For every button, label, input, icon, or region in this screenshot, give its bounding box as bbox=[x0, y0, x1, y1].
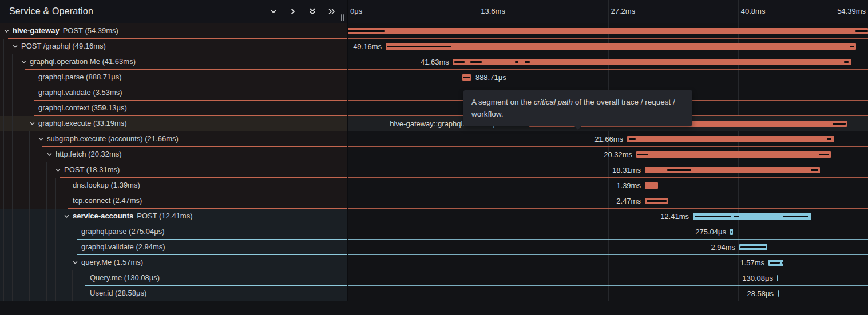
indent-guide bbox=[21, 286, 21, 301]
span-tree-row[interactable]: graphql.validate (2.94ms) bbox=[0, 240, 347, 255]
indent-guide bbox=[12, 286, 13, 301]
expand-all-button[interactable] bbox=[325, 5, 339, 18]
span-duration-bar[interactable] bbox=[777, 275, 778, 281]
span-tree-row[interactable]: graphql.parse (275.04μs) bbox=[0, 224, 347, 240]
span-tree-row[interactable]: dns.lookup (1.39ms) bbox=[0, 178, 347, 193]
collapse-chevron-icon[interactable] bbox=[55, 167, 61, 173]
span-duration-label: 20.32ms bbox=[604, 147, 632, 162]
critical-path-tooltip: A segment on the critical path of the ov… bbox=[463, 90, 692, 126]
collapse-one-button[interactable] bbox=[267, 5, 280, 18]
expand-one-button[interactable] bbox=[286, 5, 300, 18]
row-divider bbox=[34, 131, 347, 131]
span-timeline-row[interactable]: 2.94ms bbox=[348, 240, 868, 255]
span-timeline-row[interactable]: 41.63ms bbox=[348, 54, 868, 70]
span-tree-row[interactable]: graphql.context (359.13μs) bbox=[0, 101, 347, 116]
indent-guide bbox=[29, 147, 30, 162]
span-tree-row[interactable]: subgraph.execute (accounts) (21.66ms) bbox=[0, 131, 347, 147]
chevron-right-icon bbox=[288, 7, 298, 16]
span-tree-row[interactable]: Query.me (130.08μs) bbox=[0, 270, 347, 286]
indent-guide bbox=[21, 116, 21, 131]
indent-guide bbox=[3, 131, 4, 147]
span-name-label: http.fetch (20.32ms) bbox=[56, 147, 122, 162]
span-tree-row[interactable]: POST (18.31ms) bbox=[0, 162, 347, 178]
span-timeline-row[interactable]: 20.32ms bbox=[348, 147, 868, 162]
span-timeline-row[interactable]: 28.58μs bbox=[348, 286, 868, 301]
span-tree-row[interactable]: service-accountsPOST (12.41ms) bbox=[0, 209, 347, 224]
span-timeline-row[interactable]: 130.08μs bbox=[348, 270, 868, 286]
span-duration-bar[interactable] bbox=[636, 151, 831, 158]
span-tree-row[interactable]: query.Me (1.57ms) bbox=[0, 255, 347, 270]
indent-guide bbox=[3, 209, 4, 224]
collapse-chevron-icon[interactable] bbox=[72, 260, 78, 266]
span-name-label: graphql.validate (2.94ms) bbox=[81, 240, 165, 254]
indent-guide bbox=[21, 209, 21, 224]
tooltip-text-before: A segment on the bbox=[471, 98, 534, 106]
row-divider bbox=[348, 69, 868, 70]
collapse-chevron-icon[interactable] bbox=[3, 28, 10, 34]
span-tree-row[interactable]: graphql.validate (3.53ms) bbox=[0, 85, 347, 101]
indent-guide bbox=[38, 209, 38, 224]
span-name-label: dns.lookup (1.39ms) bbox=[73, 178, 140, 193]
critical-path-segment bbox=[387, 46, 451, 47]
span-timeline-row[interactable]: 21.66ms bbox=[348, 131, 868, 147]
span-tree-row[interactable]: graphql.parse (888.71μs) bbox=[0, 70, 347, 85]
services-header: Service & Operation bbox=[0, 0, 347, 23]
span-timeline-row[interactable]: 18.31ms bbox=[348, 162, 868, 178]
indent-guide bbox=[21, 85, 21, 101]
span-tree-row[interactable]: tcp.connect (2.47ms) bbox=[0, 193, 347, 209]
span-duration-bar[interactable] bbox=[348, 28, 868, 34]
row-divider bbox=[68, 208, 347, 209]
tree-rows: hive-gatewayPOST (54.39ms)POST /graphql … bbox=[0, 23, 347, 301]
span-timeline-row[interactable]: 49.16ms bbox=[348, 39, 868, 54]
collapse-chevron-icon[interactable] bbox=[46, 151, 53, 158]
panel-resize-grip[interactable] bbox=[341, 14, 346, 21]
collapse-chevron-icon[interactable] bbox=[12, 43, 18, 50]
span-tree-row[interactable]: User.id (28.58μs) bbox=[0, 286, 347, 301]
collapse-chevron-icon[interactable] bbox=[21, 59, 27, 65]
span-timeline-row[interactable]: 2.47ms bbox=[348, 193, 868, 209]
collapse-all-button[interactable] bbox=[306, 5, 319, 18]
critical-path-segment bbox=[827, 138, 831, 140]
indent-guide bbox=[38, 193, 38, 209]
span-tree-row[interactable]: graphql.execute (33.19ms) bbox=[0, 116, 347, 131]
critical-path-segment bbox=[811, 169, 818, 171]
span-tree-row[interactable]: hive-gatewayPOST (54.39ms) bbox=[0, 23, 347, 39]
span-timeline-row[interactable]: 888.71μs bbox=[348, 70, 868, 85]
span-timeline-row[interactable]: 1.39ms bbox=[348, 178, 868, 193]
span-tree-row[interactable]: POST /graphql (49.16ms) bbox=[0, 39, 347, 54]
span-timeline-row[interactable]: 275.04μs bbox=[348, 224, 868, 240]
span-duration-bar[interactable] bbox=[453, 59, 851, 65]
indent-guide bbox=[38, 147, 38, 162]
collapse-chevron-icon[interactable] bbox=[64, 213, 70, 220]
indent-guide bbox=[64, 286, 64, 301]
span-duration-label: 49.16ms bbox=[353, 39, 382, 54]
indent-guide bbox=[12, 131, 13, 147]
span-duration-bar[interactable] bbox=[627, 136, 834, 142]
span-duration-bar[interactable] bbox=[386, 43, 856, 50]
span-tree-row[interactable]: http.fetch (20.32ms) bbox=[0, 147, 347, 162]
indent-guide bbox=[3, 54, 4, 70]
span-duration-label: 28.58μs bbox=[747, 286, 774, 301]
span-timeline-row[interactable]: 12.41ms bbox=[348, 209, 868, 224]
indent-guide bbox=[72, 286, 73, 301]
span-tree-row[interactable]: graphql.operation Me (41.63ms) bbox=[0, 54, 347, 70]
row-divider bbox=[34, 85, 347, 85]
indent-guide bbox=[21, 70, 21, 85]
indent-guide bbox=[38, 178, 38, 193]
critical-path-segment bbox=[463, 77, 470, 78]
collapse-chevron-icon[interactable] bbox=[38, 136, 44, 142]
row-divider bbox=[348, 270, 868, 270]
span-timeline-row[interactable] bbox=[348, 23, 868, 39]
indent-guide bbox=[3, 39, 4, 54]
double-chevron-right-icon bbox=[327, 7, 336, 16]
collapse-chevron-icon[interactable] bbox=[29, 121, 35, 127]
span-timeline-row[interactable]: 1.57ms bbox=[348, 255, 868, 270]
tooltip-caret bbox=[574, 126, 582, 130]
time-axis-tick-label: 54.39ms bbox=[837, 7, 866, 15]
span-duration-bar[interactable] bbox=[645, 182, 658, 189]
indent-guide bbox=[3, 224, 4, 240]
span-duration-label: 130.08μs bbox=[742, 270, 773, 286]
tree-controls bbox=[267, 5, 339, 18]
span-duration-bar[interactable] bbox=[778, 290, 779, 297]
critical-path-segment bbox=[695, 216, 731, 217]
